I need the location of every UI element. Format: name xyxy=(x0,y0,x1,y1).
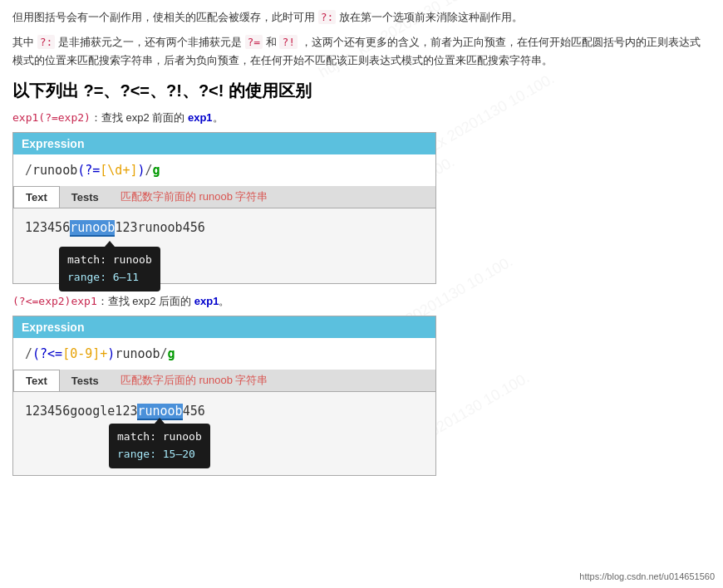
intro-text-1b: 放在第一个选项前来消除这种副作用。 xyxy=(339,11,523,23)
section1-expr-box: Expression /runoob(?=[\d+])/g Text Tests… xyxy=(12,132,436,284)
footer-url: https://blog.csdn.net/u014651560 xyxy=(579,571,715,581)
section2-tab-bar: Text Tests 匹配数字后面的 runoob 字符串 xyxy=(13,370,435,392)
s1-flag: g xyxy=(153,163,160,178)
section1-expr-body: /runoob(?=[\d+])/g xyxy=(13,154,435,186)
section1-match-area: 123456runoob123runoob456 match: runoob r… xyxy=(13,208,435,283)
s2-slash2: / xyxy=(160,346,168,361)
s1-desc-period: 。 xyxy=(213,111,224,124)
intro-code1: ?: xyxy=(318,10,337,24)
s1-runoob: runoob xyxy=(32,163,77,178)
s2-slash1: / xyxy=(25,346,32,361)
s2-tooltip-match: match: runoob xyxy=(117,429,202,446)
intro-code4: ?! xyxy=(279,35,298,49)
section2-desc: (?<=exp2)exp1：查找 exp2 后面的 exp1。 xyxy=(12,294,711,309)
section-heading: 以下列出 ?=、?<=、?!、?<! 的使用区别 xyxy=(12,80,711,102)
section2-tab-hint: 匹配数字后面的 runoob 字符串 xyxy=(120,373,268,388)
section2: (?<=exp2)exp1：查找 exp2 后面的 exp1。 Expressi… xyxy=(12,294,711,476)
s2-flag: g xyxy=(168,346,175,361)
intro-text-2c: 和 xyxy=(266,36,277,48)
intro-code2: ?: xyxy=(37,35,56,49)
s2-runoob: runoob xyxy=(115,346,160,361)
page-content: 但用图括号会有一个副作用，使相关的匹配会被缓存，此时可用 ?: 放在第一个选项前… xyxy=(0,0,723,492)
section1-expr-header: Expression xyxy=(13,133,435,154)
intro-para1: 但用图括号会有一个副作用，使相关的匹配会被缓存，此时可用 ?: 放在第一个选项前… xyxy=(12,8,711,27)
s2-desc-code: (?<=exp2)exp1 xyxy=(12,295,97,307)
intro-code3: ?= xyxy=(245,35,263,49)
intro-text-2a: 其中 xyxy=(12,36,34,48)
s1-mid: 123 xyxy=(115,220,137,235)
section2-tab-text[interactable]: Text xyxy=(13,370,60,391)
section1-tooltip: match: runoob range: 6–11 xyxy=(59,247,160,292)
section1-tab-text[interactable]: Text xyxy=(13,186,60,208)
section1-desc: exp1(?=exp2)：查找 exp2 前面的 exp1。 xyxy=(12,110,711,125)
s1-lookahead-close: ) xyxy=(137,163,145,178)
s1-match1: runoob xyxy=(70,220,115,237)
s1-charclass: [\d+] xyxy=(100,163,137,178)
s2-before: 123456google123 xyxy=(25,404,137,419)
s1-word2: runoob xyxy=(137,220,182,235)
s2-charclass: [0-9]+ xyxy=(62,346,107,361)
s2-desc-exp1: exp1 xyxy=(194,295,219,307)
s1-before: 123456 xyxy=(25,220,70,235)
section1-tab-bar: Text Tests 匹配数字前面的 runoob 字符串 xyxy=(13,186,435,208)
s2-lookahead-open: (?<= xyxy=(32,346,62,361)
section2-tooltip: match: runoob range: 15–20 xyxy=(109,424,210,468)
tooltip-range-label: range: 6–11 xyxy=(67,269,152,287)
s1-lookahead-open: (?= xyxy=(77,163,100,178)
section2-tab-tests[interactable]: Tests xyxy=(60,370,111,391)
s2-tooltip-range: range: 15–20 xyxy=(117,446,202,463)
section2-expr-body: /(?<=[0-9]+)runoob/g xyxy=(13,338,435,370)
intro-para2: 其中 ?: 是非捕获元之一，还有两个非捕获元是 ?= 和 ?! ，这两个还有更多… xyxy=(12,33,711,70)
section2-match-area: 123456google123runoob456 match: runoob r… xyxy=(13,392,435,475)
s2-after: 456 xyxy=(183,404,205,419)
intro-text-2b: 是非捕获元之一，还有两个非捕获元是 xyxy=(58,36,242,48)
s1-slash1: / xyxy=(25,163,32,178)
section2-expr-header: Expression xyxy=(13,316,435,338)
s2-desc-text: ：查找 exp2 后面的 xyxy=(97,295,194,307)
s1-desc-colon: ：查找 exp2 前面的 xyxy=(91,111,188,124)
s1-after2: 456 xyxy=(183,220,205,235)
s1-desc-prefix: exp1(?=exp2) xyxy=(12,111,91,124)
section1-tab-hint: 匹配数字前面的 runoob 字符串 xyxy=(120,189,268,204)
s2-desc-period: 。 xyxy=(219,295,229,307)
intro-text-1a: 但用图括号会有一个副作用，使相关的匹配会被缓存，此时可用 xyxy=(12,11,315,23)
section2-expr-box: Expression /(?<=[0-9]+)runoob/g Text Tes… xyxy=(12,316,436,476)
section1-tab-tests[interactable]: Tests xyxy=(60,187,111,208)
tooltip-match-label: match: runoob xyxy=(67,252,152,269)
s1-slash2: / xyxy=(145,163,153,178)
s1-desc-exp1: exp1 xyxy=(188,111,213,124)
